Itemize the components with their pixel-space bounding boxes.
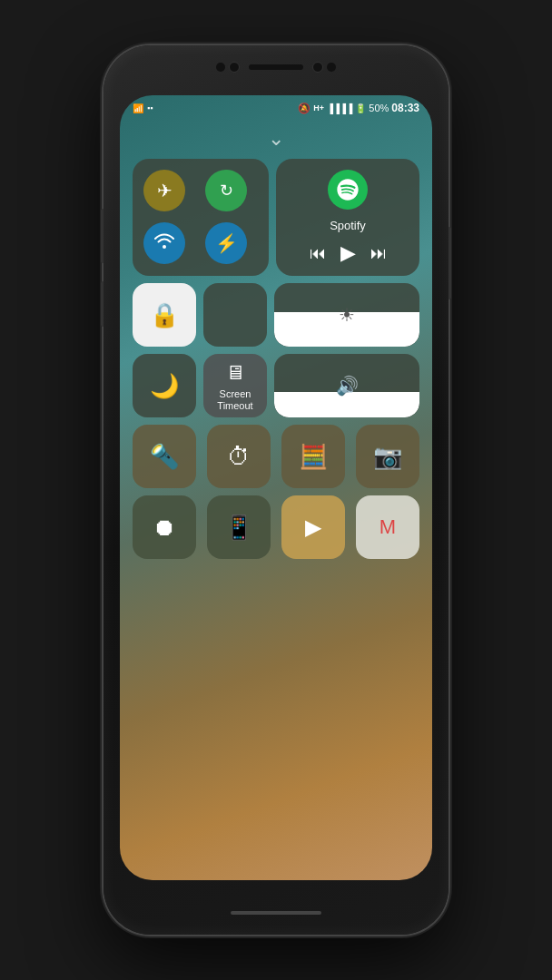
time-display: 08:33 [391, 102, 419, 114]
battery-percentage: 50% [369, 103, 389, 113]
screen-record-button[interactable]: ⏺ [133, 495, 196, 559]
moon-icon: 🌙 [150, 372, 179, 400]
media-play-button[interactable]: ▶ [340, 241, 356, 265]
timer-icon: ⏱ [227, 443, 251, 471]
bluetooth-button[interactable]: ⚡ [205, 222, 247, 264]
slider-group: ☀ 🔊 [274, 283, 419, 417]
screen-timeout-button[interactable]: 🖥 ScreenTimeout [203, 354, 267, 417]
brightness-slider[interactable]: ☀ [274, 283, 419, 347]
gmail-button[interactable]: M [356, 495, 419, 559]
speaker-earpiece [249, 64, 303, 70]
camera-front [229, 62, 240, 73]
brightness-icon: ☀ [339, 304, 355, 326]
timer-button[interactable]: ⏱ [207, 425, 271, 488]
control-panel: ✈ ↻ [133, 159, 419, 559]
row-top: ✈ ↻ [133, 159, 419, 276]
bixby-button[interactable] [101, 281, 104, 327]
media-previous-button[interactable]: ⏮ [310, 244, 326, 263]
phone-top-bar [104, 62, 448, 73]
lock-rotation-icon: 🔒 [150, 301, 179, 329]
home-indicator [231, 911, 321, 915]
night-mode-button[interactable]: 🌙 [133, 354, 196, 417]
camera-icon: 📷 [373, 443, 402, 471]
screen-timeout-label: ScreenTimeout [217, 388, 252, 412]
signal-strength-icon: ▐▐▐▐ [327, 103, 352, 113]
calculator-icon: 🧮 [299, 443, 328, 471]
power-button[interactable] [448, 227, 451, 299]
extra-toggle-1[interactable] [203, 283, 267, 347]
row-utility: 🔦 ⏱ 🧮 📷 [133, 425, 419, 488]
connectivity-grid: ✈ ↻ [133, 159, 269, 276]
spotify-panel: Spotify ⏮ ▶ ⏭ [276, 159, 419, 276]
flashlight-icon: 🔦 [150, 443, 179, 471]
spotify-controls: ⏮ ▶ ⏭ [310, 241, 387, 265]
phone-frame: 📶 ▪▪ 🔕 H+ ▐▐▐▐ 🔋 50% 08:33 ⌄ ✈ [104, 45, 448, 935]
chevron-down-container[interactable]: ⌄ [120, 127, 432, 151]
airplane-icon: ✈ [157, 180, 172, 201]
screen-timeout-icon: 🖥 [225, 361, 245, 385]
chevron-down-icon[interactable]: ⌄ [268, 127, 284, 151]
status-bar-right: 🔕 H+ ▐▐▐▐ 🔋 50% 08:33 [298, 102, 419, 114]
volume-icon: 🔊 [336, 375, 359, 397]
volume-button[interactable] [101, 209, 104, 263]
battery-icon: 🔋 [355, 103, 366, 113]
wifi-icon [154, 232, 174, 253]
camera-button[interactable]: 📷 [356, 425, 419, 488]
screen-rotate-button[interactable]: ↻ [205, 170, 247, 211]
calculator-button[interactable]: 🧮 [281, 425, 345, 488]
smart-view-button[interactable]: 📱 [207, 495, 271, 559]
play-store-button[interactable]: ▶ [281, 495, 345, 559]
spotify-label: Spotify [330, 219, 366, 232]
camera-right-1 [312, 62, 323, 73]
play-store-icon: ▶ [305, 514, 321, 540]
gmail-icon: M [380, 515, 396, 539]
camera-dot-left [216, 63, 225, 72]
status-bar: 📶 ▪▪ 🔕 H+ ▐▐▐▐ 🔋 50% 08:33 [120, 95, 432, 121]
mobile-cast-icon: 📱 [224, 514, 253, 542]
airplane-mode-button[interactable]: ✈ [143, 170, 185, 211]
network-type-icon: H+ [313, 103, 324, 113]
status-bar-left: 📶 ▪▪ [133, 103, 153, 113]
volume-slider[interactable]: 🔊 [274, 354, 419, 417]
row-toggles-sliders: 🔒 🌙 🖥 ScreenTimeout [133, 283, 419, 417]
phone-screen: 📶 ▪▪ 🔕 H+ ▐▐▐▐ 🔋 50% 08:33 ⌄ ✈ [120, 95, 432, 880]
camera-right-2 [327, 63, 336, 72]
record-icon: ⏺ [153, 514, 176, 542]
flashlight-button[interactable]: 🔦 [133, 425, 196, 488]
wifi-button[interactable] [143, 222, 185, 264]
spotify-logo [328, 170, 368, 210]
signal-bars-icon: 📶 [133, 103, 143, 113]
mute-icon: 🔕 [298, 103, 310, 114]
bluetooth-icon: ⚡ [215, 232, 238, 254]
row-apps: ⏺ 📱 ▶ M [133, 495, 419, 559]
screen-lock-rotation-button[interactable]: 🔒 [133, 283, 196, 347]
rotate-icon: ↻ [220, 181, 233, 201]
wifi-status-icon: ▪▪ [147, 103, 153, 113]
media-next-button[interactable]: ⏭ [370, 244, 387, 263]
